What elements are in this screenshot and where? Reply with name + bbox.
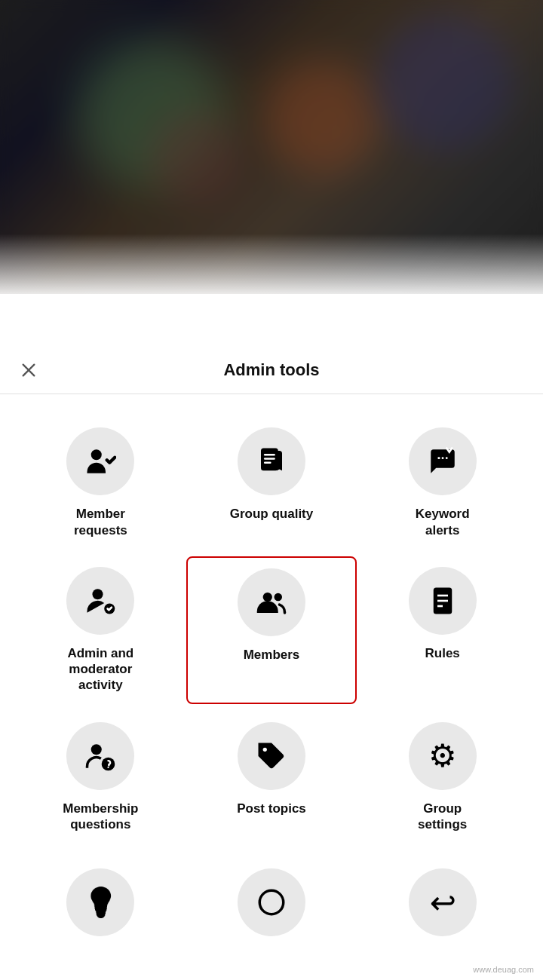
close-button[interactable] bbox=[15, 357, 42, 384]
grid-item-linked-page[interactable] bbox=[357, 858, 528, 957]
membership-questions-label: Membershipquestions bbox=[63, 801, 138, 833]
svg-point-21 bbox=[263, 747, 267, 751]
grid-item-group-settings[interactable]: Groupsettings bbox=[357, 712, 528, 844]
watermark: www.deuag.com bbox=[473, 965, 534, 974]
member-requests-label: Memberrequests bbox=[74, 506, 127, 538]
insights-icon-circle bbox=[66, 868, 134, 936]
group-quality-label: Group quality bbox=[230, 506, 314, 522]
close-icon bbox=[20, 362, 37, 378]
group-settings-icon-circle bbox=[409, 722, 477, 790]
svg-point-18 bbox=[91, 744, 102, 755]
svg-point-2 bbox=[91, 450, 102, 461]
page-title: Admin tools bbox=[223, 360, 319, 380]
member-requests-icon-circle bbox=[66, 427, 134, 495]
svg-point-8 bbox=[446, 457, 448, 459]
admin-moderator-icon-circle bbox=[66, 567, 134, 635]
svg-point-13 bbox=[274, 593, 282, 602]
grid-item-rules[interactable]: Rules bbox=[357, 556, 528, 704]
membership-questions-icon-circle bbox=[66, 722, 134, 790]
grid-item-post-topics[interactable]: Post topics bbox=[186, 712, 357, 844]
svg-point-7 bbox=[441, 457, 443, 459]
post-topics-label: Post topics bbox=[237, 801, 306, 816]
rules-icon-circle bbox=[409, 567, 477, 635]
keyword-alerts-icon-circle bbox=[409, 427, 477, 495]
grid-item-membership-questions[interactable]: Membershipquestions bbox=[15, 712, 186, 844]
header-bar: Admin tools bbox=[0, 345, 543, 394]
grid-item-group-quality[interactable]: Group quality bbox=[186, 417, 357, 549]
linked-social-icon-circle bbox=[238, 868, 305, 936]
grid-item-members[interactable]: Members bbox=[186, 556, 357, 704]
admin-moderator-label: Admin andmoderatoractivity bbox=[67, 645, 133, 694]
blurred-header bbox=[0, 0, 543, 294]
svg-point-10 bbox=[93, 589, 103, 599]
members-label: Members bbox=[244, 647, 300, 663]
grid-item-linked-social[interactable] bbox=[186, 858, 357, 957]
linked-page-icon-circle bbox=[409, 868, 477, 936]
group-settings-label: Groupsettings bbox=[418, 801, 467, 833]
members-icon-circle bbox=[238, 568, 305, 636]
post-topics-icon bbox=[256, 740, 287, 772]
tools-grid: Memberrequests Group quality Keywordaler… bbox=[0, 394, 543, 965]
grid-item-insights[interactable] bbox=[15, 858, 186, 957]
rules-icon bbox=[427, 585, 459, 617]
admin-tools-panel: Admin tools Memberrequests Group quality… bbox=[0, 345, 543, 980]
post-topics-icon-circle bbox=[238, 722, 305, 790]
svg-point-20 bbox=[108, 766, 109, 767]
grid-item-member-requests[interactable]: Memberrequests bbox=[15, 417, 186, 549]
keyword-alerts-label: Keywordalerts bbox=[416, 506, 470, 538]
svg-point-9 bbox=[437, 457, 440, 459]
svg-point-12 bbox=[263, 593, 272, 602]
grid-item-keyword-alerts[interactable]: Keywordalerts bbox=[357, 417, 528, 549]
rules-label: Rules bbox=[425, 645, 460, 661]
group-quality-icon-circle bbox=[238, 427, 305, 495]
grid-item-admin-moderator[interactable]: Admin andmoderatoractivity bbox=[15, 556, 186, 704]
